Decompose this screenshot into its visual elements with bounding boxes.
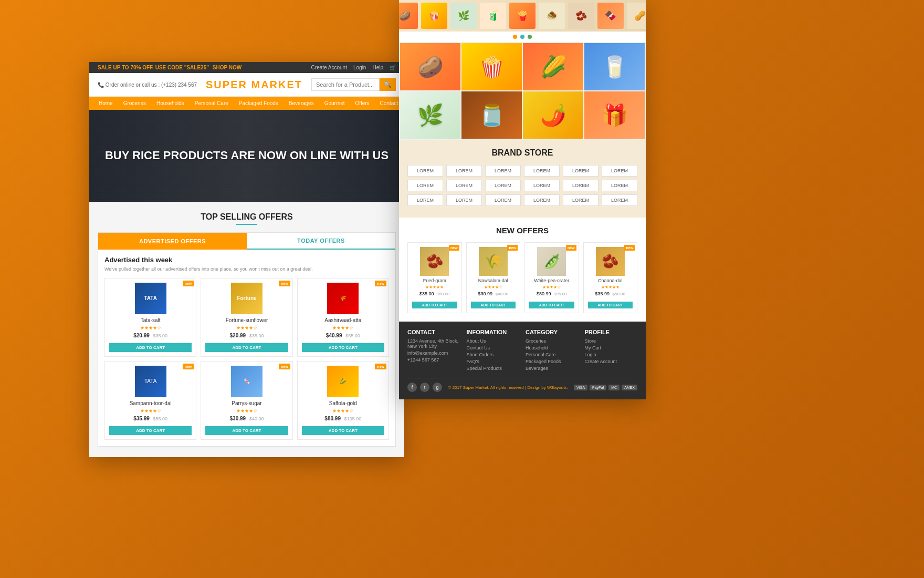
search-button[interactable]: 🔍 <box>380 78 396 91</box>
brand-grid-row3: LOREM LOREM LOREM LOREM LOREM LOREM <box>407 194 637 206</box>
nav-groceries[interactable]: Groceries <box>118 97 151 110</box>
brand-item-12[interactable]: LOREM <box>602 180 637 191</box>
footer-faq[interactable]: FAQ's <box>467 359 520 364</box>
add-to-cart-3[interactable]: ADD TO CART <box>302 343 384 352</box>
brand-item-16[interactable]: LOREM <box>524 194 560 206</box>
nav-offers[interactable]: Offers <box>350 97 375 110</box>
brand-item-14[interactable]: LOREM <box>446 194 482 206</box>
footer-my-cart[interactable]: My Cart <box>585 345 638 350</box>
add-to-cart-5[interactable]: ADD TO CART <box>205 426 288 435</box>
brand-item-18[interactable]: LOREM <box>602 194 637 206</box>
footer-about[interactable]: About Us <box>467 338 520 344</box>
footer-cat-beverages[interactable]: Beverages <box>526 366 579 371</box>
dot-2[interactable] <box>520 35 524 39</box>
product-card-3: new 🌾 Aashirvaad-atta ★★★★☆ $40.99 $65.0… <box>297 278 389 357</box>
hero-banner: BUY RICE PRODUCTS ARE NOW ON LINE WITH U… <box>89 110 404 202</box>
banner-img-5: 🍟 <box>509 3 536 29</box>
logo[interactable]: SUPER MARKET <box>206 79 302 91</box>
product-name-3: Aashirvaad-atta <box>302 317 384 323</box>
facebook-icon[interactable]: f <box>407 383 417 392</box>
footer-contact: CONTACT 1234 Avenue, 4th Block, New York… <box>407 329 460 373</box>
help-link[interactable]: Help <box>372 65 383 70</box>
search-bar: 🔍 <box>311 78 396 91</box>
tab-advertised-offers[interactable]: ADVERTISED OFFERS <box>98 233 247 250</box>
footer-special-products[interactable]: Special Products <box>467 366 520 371</box>
create-account-link[interactable]: Create Account <box>311 65 347 70</box>
footer-short-orders[interactable]: Short Orders <box>467 352 520 357</box>
main-nav: Home Groceries Households Personal Care … <box>89 97 404 110</box>
brand-item-1[interactable]: LOREM <box>407 165 443 177</box>
badge-new-3: new <box>375 281 386 286</box>
new-offer-cart-btn-4[interactable]: ADD TO CART <box>588 302 633 308</box>
gallery-img-cornito: 🌽 <box>523 43 583 90</box>
product-image-3: 🌾 <box>327 283 359 314</box>
new-offer-cart-btn-3[interactable]: ADD TO CART <box>529 302 574 308</box>
brand-item-2[interactable]: LOREM <box>446 165 482 177</box>
new-offer-badge-4: new <box>624 245 635 251</box>
footer-cat-groceries[interactable]: Groceries <box>526 338 579 344</box>
brand-item-13[interactable]: LOREM <box>407 194 443 206</box>
brand-item-4[interactable]: LOREM <box>524 165 560 177</box>
footer-cat-personal[interactable]: Personal Care <box>526 352 579 357</box>
add-to-cart-4[interactable]: ADD TO CART <box>109 426 192 435</box>
footer-cat-household[interactable]: Household <box>526 345 579 350</box>
dot-3[interactable] <box>528 35 532 39</box>
twitter-icon[interactable]: t <box>420 383 429 392</box>
add-to-cart-1[interactable]: ADD TO CART <box>109 343 192 352</box>
brand-item-11[interactable]: LOREM <box>563 180 598 191</box>
brand-item-9[interactable]: LOREM <box>485 180 521 191</box>
new-offer-cart-btn-2[interactable]: ADD TO CART <box>471 302 516 308</box>
brand-item-6[interactable]: LOREM <box>602 165 637 177</box>
tabs-header: ADVERTISED OFFERS TODAY OFFERS <box>98 233 395 250</box>
product-name-2: Fortune-sunflower <box>205 317 288 323</box>
footer-cat-packaged[interactable]: Packaged Foods <box>526 359 579 364</box>
footer-create-account[interactable]: Create Account <box>585 359 638 364</box>
add-to-cart-2[interactable]: ADD TO CART <box>205 343 288 352</box>
footer-store[interactable]: Store <box>585 338 638 344</box>
product-image-1: TATA <box>135 283 166 314</box>
product-grid: new TATA Tata-salt ★★★★☆ $20.99 $35.00 A… <box>104 278 389 440</box>
dot-1[interactable] <box>513 35 517 39</box>
cart-icon[interactable]: 🛒 <box>390 65 396 70</box>
new-offer-card-2: new 🌾 Nawsalam-dal ★★★★☆ $30.99 $40.00 A… <box>466 242 521 313</box>
login-link[interactable]: Login <box>353 65 366 70</box>
new-offer-cart-btn-1[interactable]: ADD TO CART <box>412 302 457 308</box>
nav-beverages[interactable]: Beverages <box>284 97 319 110</box>
brand-item-7[interactable]: LOREM <box>407 180 443 191</box>
nav-packaged-foods[interactable]: Packaged Foods <box>234 97 284 110</box>
footer-email[interactable]: info@example.com <box>407 350 460 356</box>
gallery-row-right: 🌽 🥛 🌶️ 🎁 <box>523 43 645 139</box>
sale-text: SALE UP TO 70% OFF. USE CODE "SALE25" <box>98 65 209 70</box>
new-offer-img-4: 🫘 <box>596 247 625 276</box>
nav-home[interactable]: Home <box>93 97 118 110</box>
brand-item-3[interactable]: LOREM <box>485 165 521 177</box>
payment-icons: VISA PayPal MC AMEX <box>574 385 637 390</box>
brand-item-17[interactable]: LOREM <box>563 194 598 206</box>
brand-item-15[interactable]: LOREM <box>485 194 521 206</box>
new-offer-price-1: $35.00 <box>419 291 434 296</box>
nav-personal-care[interactable]: Personal Care <box>190 97 234 110</box>
copyright: © 2017 Super Market. All rights reserved… <box>448 385 568 390</box>
footer-login[interactable]: Login <box>585 352 638 357</box>
brand-item-5[interactable]: LOREM <box>563 165 598 177</box>
footer-contact-link[interactable]: Contact Us <box>467 345 520 350</box>
new-offer-stars-3: ★★★★☆ <box>529 285 574 290</box>
nav-gourmet[interactable]: Gourmet <box>319 97 350 110</box>
brand-grid-row1: LOREM LOREM LOREM LOREM LOREM LOREM <box>407 165 637 177</box>
shop-now-link[interactable]: SHOP NOW <box>213 65 242 70</box>
gallery-img-spices: 🌶️ <box>523 91 583 139</box>
new-offer-card-4: new 🫘 Channa-dal ★★★★★ $35.99 $50.00 ADD… <box>583 242 638 313</box>
brand-item-10[interactable]: LOREM <box>524 180 560 191</box>
banner-img-3: 🌿 <box>450 3 477 29</box>
new-offer-name-3: White-pea-crater <box>529 278 574 283</box>
footer-information: INFORMATION About Us Contact Us Short Or… <box>467 329 520 373</box>
footer-phone: +1244 567 567 <box>407 357 460 363</box>
google-icon[interactable]: g <box>433 383 442 392</box>
price-row-3: $40.99 $65.00 <box>302 333 384 338</box>
nav-households[interactable]: Households <box>151 97 190 110</box>
brand-item-8[interactable]: LOREM <box>446 180 482 191</box>
add-to-cart-6[interactable]: ADD TO CART <box>302 426 384 435</box>
new-offer-card-3: new 🫛 White-pea-crater ★★★★☆ $80.99 $95.… <box>524 242 579 313</box>
search-input[interactable] <box>311 78 380 91</box>
tab-today-offers[interactable]: TODAY OFFERS <box>247 233 395 250</box>
